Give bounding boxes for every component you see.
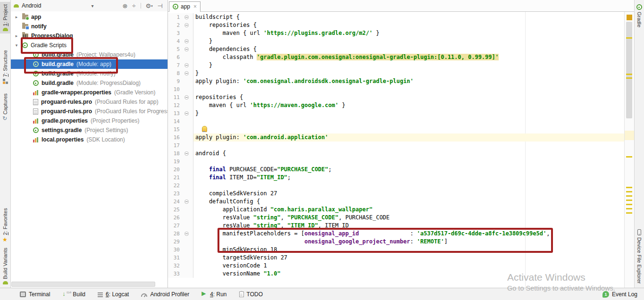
code-text[interactable]: } — [193, 109, 624, 117]
code-text[interactable]: maven { url 'https://plugins.gradle.org/… — [193, 29, 624, 37]
code-text[interactable]: targetSdkVersion 27 — [193, 254, 624, 262]
fold-open-icon[interactable] — [184, 151, 189, 156]
fold-close-icon[interactable] — [184, 39, 189, 43]
code-token: 27 — [270, 190, 277, 197]
code-text[interactable]: resValue "string", "PURCHASE_CODE", PURC… — [193, 214, 624, 222]
stripe-item-device-file-explorer[interactable]: Device File Explorer — [635, 227, 644, 286]
chevron-down-icon[interactable]: ▾ — [91, 3, 93, 8]
tree-item-label: proguard-rules.pro — [41, 99, 92, 105]
build-button[interactable]: Build — [62, 291, 85, 298]
code-text[interactable]: repositories { — [193, 21, 624, 29]
code-text[interactable]: minSdkVersion 18 — [193, 246, 624, 254]
code-text[interactable] — [193, 142, 624, 150]
tree-item-build-gradle-module-app[interactable]: build.gradle(Module: app) — [11, 59, 167, 69]
stripe-item-favorites[interactable]: 2: Favorites — [0, 206, 10, 245]
code-text[interactable]: dependencies { — [193, 45, 624, 53]
tree-item-settings-gradle-project-settings[interactable]: settings.gradle(Project Settings) — [11, 125, 167, 135]
code-text[interactable] — [193, 85, 624, 93]
android-profiler-button[interactable]: Android Profiler — [141, 291, 189, 298]
code-text[interactable]: defaultConfig { — [193, 198, 624, 206]
fold-close-icon[interactable] — [184, 63, 189, 67]
fold-open-icon[interactable] — [184, 23, 189, 27]
code-text[interactable] — [193, 117, 624, 125]
code-text[interactable]: manifestPlaceholders = [onesignal_app_id… — [193, 230, 624, 238]
code-token: final — [209, 166, 226, 173]
fold-column — [180, 45, 193, 53]
code-text[interactable]: maven { url 'https://maven.google.com' } — [193, 101, 624, 109]
code-text[interactable]: final PURCHASE_CODE="PURCHASE_CODE"; — [193, 166, 624, 174]
stripe-item-project[interactable]: 1: Project — [0, 2, 10, 33]
code-text[interactable]: repositories { — [193, 93, 624, 101]
chevron-right-icon[interactable]: ▸ — [14, 33, 19, 38]
code-line-20: 20 final PURCHASE_CODE="PURCHASE_CODE"; — [168, 166, 624, 174]
tree-item-app[interactable]: ▸app — [11, 12, 167, 22]
chevron-down-icon[interactable]: ▾ — [14, 43, 19, 48]
tree-item-build-gradle-project-wallpapers4u[interactable]: build.gradle(Project: Wallpapers4u) — [11, 50, 167, 59]
code-text[interactable]: buildscript { — [193, 13, 624, 21]
code-text[interactable]: } — [193, 37, 624, 45]
tree-item-gradle-scripts[interactable]: ▾Gradle Scripts — [11, 41, 167, 50]
fold-open-icon[interactable] — [184, 200, 189, 204]
gear-icon[interactable]: ⚙▾ — [146, 3, 153, 9]
todo-icon — [239, 292, 244, 297]
tree-item-local-properties-sdk-location[interactable]: local.properties(SDK Location) — [11, 135, 167, 144]
code-text[interactable] — [193, 125, 624, 133]
locate-icon[interactable]: ⊗ — [122, 3, 127, 9]
tree-item-proguard-rules-pro-proguard-rules-for-progressdialog[interactable]: proguard-rules.pro(ProGuard Rules for Pr… — [11, 107, 167, 116]
code-token — [195, 126, 202, 133]
fold-open-icon[interactable] — [184, 95, 189, 100]
stripe-item-captures[interactable]: Captures — [0, 91, 10, 125]
code-text[interactable]: apply plugin: 'com.android.application' — [193, 133, 624, 142]
tree-item-notify[interactable]: notify — [11, 22, 167, 31]
tab-app[interactable]: app × — [169, 1, 201, 12]
chevron-right-icon[interactable]: ▸ — [14, 15, 19, 19]
code-text[interactable]: apply plugin: 'com.onesignal.androidsdk.… — [193, 77, 624, 85]
run-button[interactable]: 4: Run — [201, 291, 226, 298]
code-text[interactable]: } — [193, 69, 624, 77]
terminal-button[interactable]: Terminal — [20, 291, 50, 298]
code-token: 'https://plugins.gradle.org/m2/' — [264, 30, 373, 36]
todo-button[interactable]: TODO — [239, 291, 263, 298]
collapse-all-icon[interactable]: ÷ — [132, 3, 135, 9]
code-token: ; — [328, 166, 332, 173]
code-text[interactable]: } — [193, 61, 624, 69]
fold-open-icon[interactable] — [184, 15, 189, 19]
code-text[interactable]: android { — [193, 150, 624, 158]
logcat-button[interactable]: 6: Logcat — [98, 291, 129, 298]
tree-item-build-gradle-module-notify[interactable]: build.gradle(Module: notify) — [11, 69, 167, 78]
tree-item-proguard-rules-pro-proguard-rules-for-app[interactable]: proguard-rules.pro(ProGuard Rules for ap… — [11, 97, 167, 107]
code-text[interactable]: versionName "1.0" — [193, 270, 624, 278]
fold-close-icon[interactable] — [184, 111, 189, 116]
code-text[interactable]: classpath 'gradle.plugin.com.onesignal:o… — [193, 53, 624, 61]
stripe-item-structure[interactable]: 7: Structure — [0, 48, 10, 86]
intention-bulb-icon[interactable] — [202, 126, 207, 132]
fold-close-icon[interactable] — [184, 71, 189, 75]
code-text[interactable]: versionCode 1 — [193, 262, 624, 270]
scrollbar-thumb[interactable] — [626, 22, 632, 118]
stripe-item-gradle[interactable]: Gradle — [635, 2, 644, 30]
event-log-button[interactable]: 1Event Log — [602, 291, 637, 298]
code-line-19: 19 — [168, 158, 624, 166]
hide-panel-icon[interactable]: ⊣ — [158, 3, 163, 9]
fold-open-icon[interactable] — [184, 232, 189, 236]
code-text[interactable]: onesignal_google_project_number: 'REMOTE… — [193, 238, 624, 246]
code-view[interactable]: 1buildscript {2 repositories {3 maven { … — [168, 12, 624, 288]
tree-item-gradle-wrapper-properties-gradle-version[interactable]: gradle-wrapper.properties(Gradle Version… — [11, 88, 167, 97]
tree-item-build-gradle-module-progressdialog[interactable]: build.gradle(Module: ProgressDialog) — [11, 78, 167, 88]
code-text[interactable]: resValue "string", "ITEM_ID", ITEM_ID — [193, 222, 624, 230]
code-text[interactable]: applicationId "com.haris.parallax_wallpa… — [193, 206, 624, 214]
project-horizontal-scrollbar[interactable] — [11, 282, 155, 287]
close-icon[interactable]: × — [193, 4, 197, 9]
code-line-7: 7 } — [168, 61, 624, 69]
build-icon — [62, 291, 70, 298]
fold-open-icon[interactable] — [184, 47, 189, 51]
code-text[interactable]: final ITEM_ID="ITEM_ID"; — [193, 174, 624, 182]
code-text[interactable]: compileSdkVersion 27 — [193, 190, 624, 198]
stripe-item-build-variants[interactable]: Build Variants — [0, 245, 10, 287]
tree-item-detail: (Gradle Version) — [114, 89, 155, 96]
tree-item-progressdialog[interactable]: ▸ProgressDialog — [11, 31, 167, 41]
tree-item-gradle-properties-project-properties[interactable]: gradle.properties(Project Properties) — [11, 116, 167, 125]
project-view-selector[interactable]: Android — [22, 2, 41, 9]
code-text[interactable] — [193, 158, 624, 166]
code-text[interactable] — [193, 182, 624, 190]
